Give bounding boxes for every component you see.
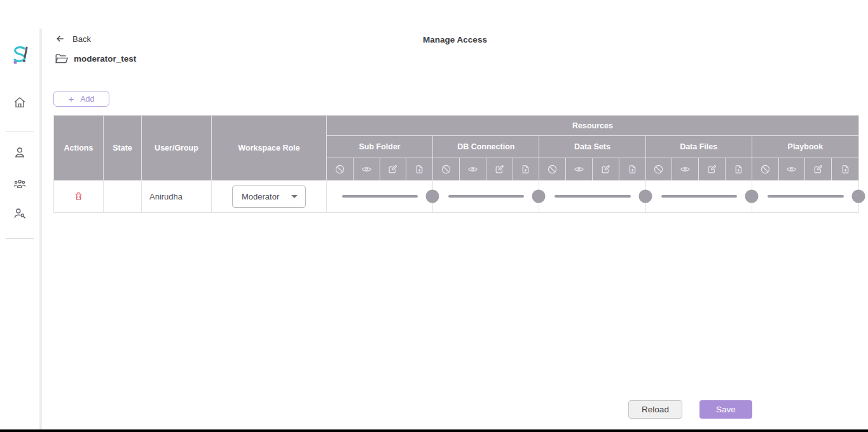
slider-thumb[interactable] [851,190,865,203]
edit-icon [699,158,726,180]
main-content: Back Manage Access moderator_test + Add … [42,0,868,429]
add-file-icon [726,158,752,180]
sidebar-item-home[interactable] [0,95,39,109]
slider-track [342,195,418,198]
sidebar-item-groups[interactable] [0,177,39,191]
table-row-role-cell: Moderator [212,180,327,212]
column-header-workspace-role: Workspace Role [212,116,327,180]
group-header-playbook: Playbook [752,136,858,158]
user-group-icon [13,177,27,191]
table-row-actions-cell [54,180,104,212]
column-header-actions: Actions [54,116,104,180]
slider-track [768,195,844,198]
db-connection-permission-cell [433,180,539,212]
plus-icon: + [68,94,74,104]
table-row-state-cell [104,180,142,212]
workspace-folder: moderator_test [55,53,136,64]
sidebar-item-users[interactable] [0,145,39,159]
user-icon [13,145,27,159]
sidebar-divider [6,238,34,239]
trash-icon [73,191,84,202]
data-files-permission-slider[interactable] [646,180,752,212]
deny-icon [539,158,566,180]
deny-icon [433,158,460,180]
slider-track [448,195,524,198]
table-row-user-cell: Anirudha [142,180,212,212]
add-file-icon [513,158,540,180]
sidebar-item-user-roles[interactable] [0,206,39,220]
add-user-button[interactable]: + Add [53,91,109,107]
deny-icon [327,158,354,180]
slider-track [555,195,630,198]
column-header-user-group: User/Group [142,116,212,180]
workspace-name: moderator_test [74,54,136,64]
sidebar-divider [6,132,34,132]
view-icon [460,158,486,180]
save-button[interactable]: Save [699,400,752,419]
slider-track [661,195,737,198]
home-icon [13,95,27,109]
user-key-icon [13,206,27,220]
app-logo [0,43,39,66]
column-header-resources: Resources [327,116,858,136]
add-file-icon [406,158,433,180]
sub-folder-permission-cell [327,180,433,212]
edit-icon [380,158,407,180]
column-header-state: State [104,116,142,180]
group-header-data-sets: Data Sets [539,136,645,158]
add-file-icon [832,158,858,180]
db-connection-permission-slider[interactable] [433,180,539,212]
data-sets-permission-slider[interactable] [539,180,645,212]
edit-icon [805,158,832,180]
deny-icon [752,158,779,180]
add-button-label: Add [80,95,94,104]
view-icon [354,158,380,180]
workspace-role-value: Moderator [242,192,279,201]
group-header-data-files: Data Files [646,136,752,158]
chevron-down-icon [291,195,298,198]
reload-button[interactable]: Reload [628,400,682,419]
add-file-icon [619,158,646,180]
data-files-permission-cell [646,180,752,212]
view-icon [672,158,699,180]
manage-access-table: Actions State User/Group Workspace Role … [53,115,859,213]
playbook-permission-cell [752,180,858,212]
page-title: Manage Access [42,35,868,44]
edit-icon [486,158,513,180]
sidebar [0,0,39,429]
group-header-sub-folder: Sub Folder [327,136,433,158]
playbook-permission-slider[interactable] [752,180,858,212]
delete-row-button[interactable] [73,191,84,202]
deny-icon [646,158,673,180]
window-bottom-edge [0,429,868,432]
sub-folder-permission-slider[interactable] [327,180,432,212]
view-icon [779,158,806,180]
workspace-role-dropdown[interactable]: Moderator [232,186,306,208]
data-sets-permission-cell [539,180,645,212]
view-icon [566,158,593,180]
folder-open-icon [55,53,68,64]
logo-icon [10,43,29,66]
group-header-db-connection: DB Connection [433,136,539,158]
edit-icon [593,158,619,180]
